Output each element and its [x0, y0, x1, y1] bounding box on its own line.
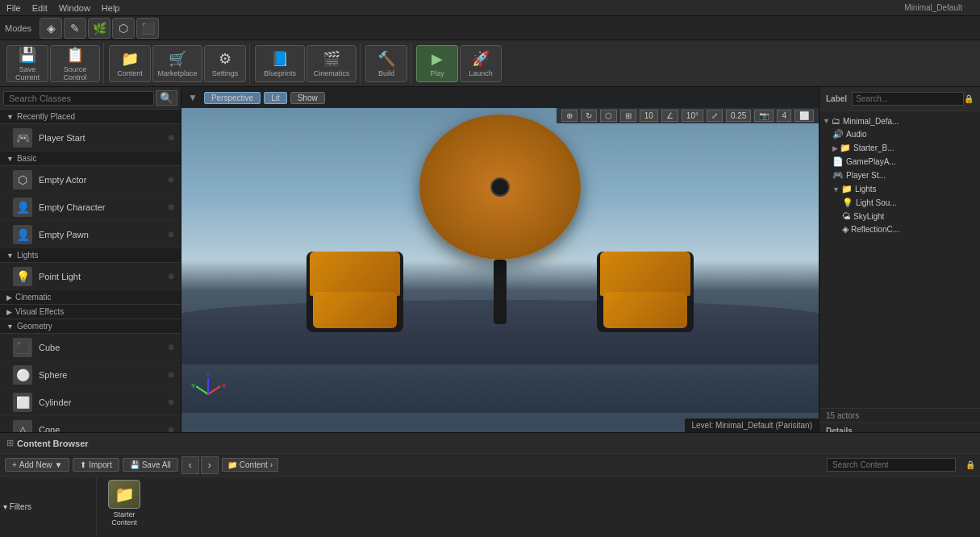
folder-icon: 📁	[108, 480, 140, 509]
content-search-input[interactable]	[827, 458, 956, 472]
show-button[interactable]: Show	[290, 92, 325, 104]
search-classes-input[interactable]	[3, 91, 154, 106]
nav-back-button[interactable]: ‹	[181, 456, 199, 474]
list-item[interactable]: 🎮 Player Start ⊕	[0, 124, 181, 152]
cube-label: Cube	[39, 343, 168, 352]
launch-label: Launch	[469, 69, 493, 77]
lit-button[interactable]: Lit	[264, 92, 287, 104]
add-new-button[interactable]: + Add New ▼	[5, 458, 69, 472]
marketplace-button[interactable]: 🛒 Marketplace	[152, 45, 202, 82]
angle-icon[interactable]: ∠	[661, 110, 678, 122]
cylinder-icon: ⬜	[13, 393, 32, 412]
cinematics-button[interactable]: 🎬 Cinematics	[307, 45, 357, 82]
folder-icon: 🗂	[832, 116, 840, 126]
category-lights[interactable]: ▼ Lights	[0, 248, 181, 263]
save-all-button[interactable]: 💾 Save All	[123, 458, 178, 472]
tree-item-lights[interactable]: ▼ 📁 Lights	[819, 182, 980, 196]
list-item[interactable]: ⚪ Sphere ⊕	[0, 361, 181, 389]
category-visual-effects[interactable]: ▶ Visual Effects	[0, 305, 181, 319]
source-control-button[interactable]: 📋 Source Control	[50, 45, 100, 82]
outliner-header: Label 🔒	[819, 87, 980, 111]
angle-display: 10°	[682, 110, 703, 122]
tree-item-reflection[interactable]: ◈ ReflectionC...	[819, 223, 980, 236]
source-control-label: Source Control	[51, 65, 99, 81]
mode-btn-2[interactable]: 🌿	[88, 18, 111, 39]
rotate-icon[interactable]: ↻	[581, 110, 597, 122]
tree-item-audio[interactable]: 🔊 Audio	[819, 127, 980, 141]
scale-icon[interactable]: ⬡	[600, 110, 617, 122]
tree-item-playerstart[interactable]: 🎮 Player St...	[819, 169, 980, 182]
svg-text:Y: Y	[191, 382, 196, 389]
content-browser-toolbar: + Add New ▼ ⬆ Import 💾 Save All ‹ › 📁 Co…	[0, 454, 980, 477]
cone-label: Cone	[39, 425, 168, 433]
list-item[interactable]: 👤 Empty Pawn ⊕	[0, 221, 181, 248]
category-basic[interactable]: ▼ Basic	[0, 152, 181, 166]
tree-item-playerstart-label: Player St...	[846, 171, 886, 180]
mode-btn-1[interactable]: ✎	[64, 18, 86, 39]
menu-item-file[interactable]: File	[6, 3, 21, 13]
cylinder-label: Cylinder	[39, 398, 168, 407]
tree-item-starter[interactable]: ▶ 📁 Starter_B...	[819, 141, 980, 155]
list-item[interactable]: 💡 Point Light ⊕	[0, 263, 181, 290]
tree-item-root[interactable]: ▼ 🗂 Minimal_Defa...	[819, 114, 980, 127]
settings-button[interactable]: ⚙ Settings	[204, 45, 246, 82]
player-start-icon: 🎮	[13, 128, 32, 148]
viewport-right-toolbar: ⊕ ↻ ⬡ ⊞ 10 ∠ 10° ⤢ 0.25 📷 4 ⬜	[557, 108, 819, 123]
filter-bar: ▾ Filters	[0, 477, 97, 537]
viewport[interactable]: ▼ Perspective Lit Show ⊕ ↻ ⬡ ⊞ 10 ∠ 10° …	[181, 87, 819, 432]
perspective-button[interactable]: Perspective	[204, 92, 261, 104]
tree-item-label: Minimal_Defa...	[843, 117, 899, 126]
blueprints-button[interactable]: 📘 Blueprints	[255, 45, 305, 82]
category-cinematic[interactable]: ▶ Cinematic	[0, 290, 181, 305]
nav-forward-button[interactable]: ›	[201, 456, 219, 474]
filters-button[interactable]: ▾ Filters	[3, 502, 31, 511]
build-button[interactable]: 🔨 Build	[365, 45, 407, 82]
list-item[interactable]: ⬜ Cylinder ⊕	[0, 389, 181, 416]
menu-item-edit[interactable]: Edit	[32, 3, 48, 13]
content-icon: 📁	[121, 50, 139, 68]
play-label: Play	[430, 69, 444, 77]
settings-label: Settings	[212, 69, 239, 77]
category-geometry[interactable]: ▼ Geometry	[0, 319, 181, 334]
menu-item-help[interactable]: Help	[102, 3, 120, 13]
empty-character-icon: 👤	[13, 198, 32, 217]
path-content-button[interactable]: 📁 Content ›	[222, 458, 278, 472]
point-light-label: Point Light	[39, 272, 168, 281]
search-classes-button[interactable]: 🔍	[156, 90, 177, 106]
launch-button[interactable]: 🚀 Launch	[460, 45, 502, 82]
list-item[interactable]: 👤 Empty Character ⊕	[0, 194, 181, 221]
tree-item-audio-label: Audio	[846, 130, 867, 139]
sphere-label: Sphere	[39, 370, 168, 380]
camera-count: 4	[777, 110, 791, 122]
arrow-visual-effects: ▶	[6, 308, 12, 316]
tree-item-skylight[interactable]: 🌤 SkyLight	[819, 210, 980, 223]
list-item[interactable]: △ Cone ⊕	[0, 416, 181, 432]
menu-item-window[interactable]: Window	[59, 3, 90, 13]
outliner-search-input[interactable]	[852, 92, 964, 106]
snap-icon[interactable]: ⊞	[620, 110, 636, 122]
source-control-icon: 📋	[66, 46, 84, 64]
blueprints-icon: 📘	[271, 50, 289, 68]
category-recently-placed[interactable]: ▼ Recently Placed	[0, 110, 181, 124]
content-lock-icon: 🔒	[965, 460, 975, 469]
save-current-button[interactable]: 💾 Save Current	[6, 45, 48, 82]
maximize-icon[interactable]: ⬜	[794, 110, 814, 122]
mode-btn-4[interactable]: ⬛	[136, 18, 159, 39]
scale-icon2[interactable]: ⤢	[707, 110, 723, 122]
import-button[interactable]: ⬆ Import	[73, 458, 119, 472]
mode-btn-3[interactable]: ⬡	[112, 18, 135, 39]
tree-item-lightsource[interactable]: 💡 Light Sou...	[819, 196, 980, 210]
tree-item-gameplay[interactable]: 📄 GamePlayA...	[819, 155, 980, 169]
main-area: 🔍 ▼ Recently Placed 🎮 Player Start ⊕ ▼ B…	[0, 87, 980, 432]
starter-content-folder[interactable]: 📁 StarterContent	[100, 480, 148, 527]
list-item[interactable]: ⬡ Empty Actor ⊕	[0, 166, 181, 194]
play-button[interactable]: ▶ Play	[416, 45, 458, 82]
transform-icon[interactable]: ⊕	[561, 110, 578, 122]
list-item[interactable]: ⬛ Cube ⊕	[0, 334, 181, 361]
mode-btn-0[interactable]: ◈	[40, 18, 62, 39]
player-start-info: ⊕	[168, 133, 174, 142]
camera-icon[interactable]: 📷	[754, 110, 774, 122]
grid-size-display[interactable]: 10	[640, 110, 658, 122]
content-button[interactable]: 📁 Content	[109, 45, 151, 82]
audio-icon: 🔊	[832, 129, 844, 139]
